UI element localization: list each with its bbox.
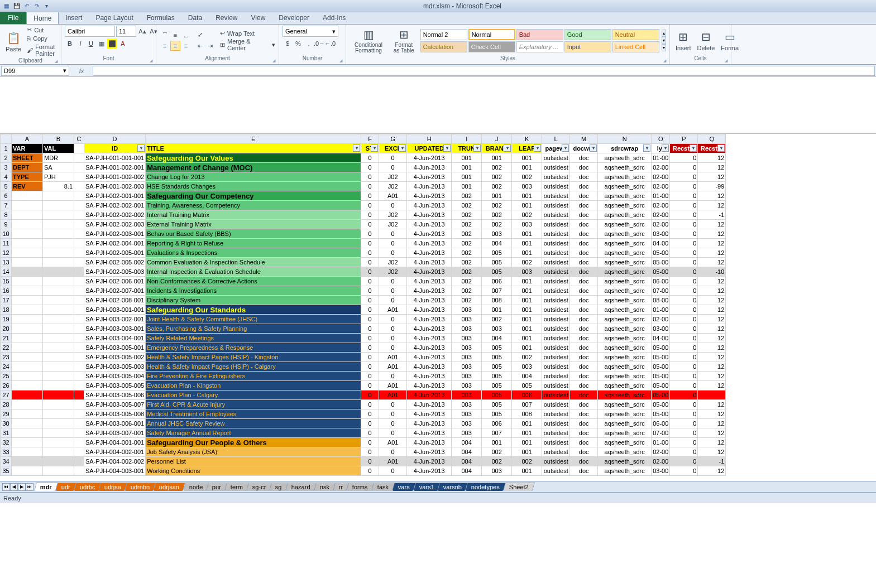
cell[interactable] [12, 267, 43, 277]
cell[interactable]: 0 [361, 334, 379, 343]
cell[interactable]: 002 [482, 210, 512, 220]
cell[interactable]: 002 [452, 191, 482, 201]
cell[interactable]: A01 [379, 391, 407, 400]
cell[interactable] [43, 239, 74, 248]
cell[interactable]: 0 [361, 296, 379, 305]
cell[interactable]: 12 [698, 172, 726, 182]
cell[interactable]: 0 [361, 210, 379, 220]
cell[interactable]: 006 [482, 277, 512, 286]
cell[interactable]: MDR [43, 153, 74, 163]
col-header-B[interactable]: B [43, 134, 74, 144]
cell[interactable]: -10 [698, 267, 726, 277]
cell[interactable]: outsidest [542, 457, 570, 466]
cell[interactable]: 12 [698, 353, 726, 362]
cell[interactable]: 005 [482, 400, 512, 409]
cell[interactable]: 007 [482, 286, 512, 296]
cell[interactable] [43, 201, 74, 210]
cell[interactable]: 001 [512, 153, 542, 163]
cell[interactable]: 0 [361, 372, 379, 381]
cell[interactable] [43, 305, 74, 315]
cell[interactable]: 4-Jun-2013 [407, 400, 452, 409]
cell[interactable]: 004 [452, 457, 482, 466]
sheet-tab-sg-cr[interactable]: sg-cr [246, 483, 272, 491]
cell[interactable]: 001 [512, 315, 542, 324]
cell[interactable]: 008 [482, 296, 512, 305]
filter-icon[interactable]: ▾ [371, 144, 378, 152]
cell[interactable] [74, 381, 84, 391]
cell[interactable]: 0 [670, 229, 698, 239]
cell[interactable]: SA-PJH-003-005-007 [84, 400, 146, 409]
cell[interactable]: Evacuation Plan - Calgary [146, 391, 361, 400]
cell[interactable]: 4-Jun-2013 [407, 258, 452, 267]
col-header-M[interactable]: M [570, 134, 598, 144]
cell[interactable]: 12 [698, 381, 726, 391]
cell[interactable]: 0 [361, 163, 379, 172]
cell[interactable]: aqsheeth_sdrc [598, 201, 652, 210]
cell[interactable]: doc [570, 182, 598, 191]
cell[interactable]: 0 [670, 267, 698, 277]
cell[interactable]: Job Safety Analysis (JSA) [146, 447, 361, 457]
sheet-tab-varsnb[interactable]: varsnb [437, 483, 468, 491]
col-header-Q[interactable]: Q [698, 134, 726, 144]
cell[interactable] [43, 400, 74, 409]
cell[interactable]: J02 [379, 172, 407, 182]
cell[interactable]: 4-Jun-2013 [407, 248, 452, 258]
cell[interactable]: doc [570, 220, 598, 229]
cell[interactable]: 0 [379, 466, 407, 476]
cell[interactable]: aqsheeth_sdrc [598, 466, 652, 476]
cell[interactable] [74, 172, 84, 182]
cell[interactable]: outsidest [542, 428, 570, 438]
cell[interactable] [43, 419, 74, 428]
decrease-indent-button[interactable]: ⇤ [195, 41, 205, 51]
cell[interactable]: Safeguarding Our Standards [146, 305, 361, 315]
cell[interactable]: 002 [512, 353, 542, 362]
cell[interactable]: 004 [482, 334, 512, 343]
cell[interactable] [12, 353, 43, 362]
style-calculation[interactable]: Calculation [420, 41, 467, 52]
cell[interactable]: J02 [379, 258, 407, 267]
cell[interactable] [43, 277, 74, 286]
cell[interactable] [74, 210, 84, 220]
cell[interactable]: 001 [512, 239, 542, 248]
tab-insert[interactable]: Insert [59, 12, 89, 24]
cell[interactable]: J02 [379, 210, 407, 220]
cell[interactable]: -1 [698, 210, 726, 220]
cell[interactable]: aqsheeth_sdrc [598, 153, 652, 163]
cell[interactable] [74, 163, 84, 172]
cell[interactable]: Internal Inspection & Evaluation Schedul… [146, 267, 361, 277]
sheet-tab-risk[interactable]: risk [314, 483, 336, 491]
cell[interactable]: outsidest [542, 153, 570, 163]
row-header[interactable]: 28 [1, 400, 12, 409]
cell[interactable] [43, 229, 74, 239]
tab-file[interactable]: File [0, 12, 26, 24]
cell[interactable]: 01-00 [652, 305, 670, 315]
tab-data[interactable]: Data [181, 12, 209, 24]
filter-header[interactable]: lyf▾ [652, 144, 670, 153]
cell[interactable]: A01 [379, 438, 407, 447]
cell[interactable]: outsidest [542, 466, 570, 476]
cell[interactable]: PJH [43, 172, 74, 182]
cell[interactable]: 12 [698, 315, 726, 324]
cell[interactable]: outsidest [542, 324, 570, 334]
cell[interactable]: outsidest [542, 400, 570, 409]
cell[interactable]: J02 [379, 182, 407, 191]
cell[interactable] [74, 248, 84, 258]
cell[interactable]: 0 [670, 239, 698, 248]
cell[interactable]: 002 [452, 286, 482, 296]
cell[interactable]: 12 [698, 362, 726, 372]
cell[interactable] [43, 220, 74, 229]
cell[interactable]: 001 [452, 153, 482, 163]
cell[interactable]: VAL [43, 144, 74, 153]
cell[interactable]: 0 [670, 447, 698, 457]
col-header-D[interactable]: D [84, 134, 146, 144]
cell[interactable]: 006 [482, 419, 512, 428]
cell[interactable] [12, 362, 43, 372]
conditional-formatting-button[interactable]: ▥Conditional Formatting [350, 27, 387, 55]
align-top-button[interactable]: ⎴ [160, 30, 170, 40]
cell[interactable]: 12 [698, 372, 726, 381]
cell[interactable] [74, 239, 84, 248]
cell[interactable]: 0 [379, 419, 407, 428]
cell[interactable]: Health & Safety Impact Pages (HSIP) - Ca… [146, 362, 361, 372]
cell[interactable]: 0 [361, 201, 379, 210]
cell[interactable]: 12 [698, 229, 726, 239]
